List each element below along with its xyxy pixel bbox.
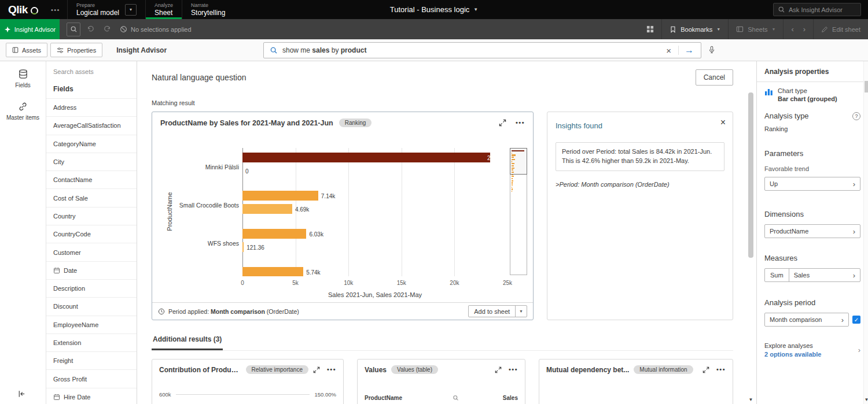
field-item[interactable]: Hire Date — [46, 388, 137, 404]
prepare-dropdown-button[interactable]: ▼ — [125, 4, 137, 16]
field-item[interactable]: Customer — [46, 243, 137, 261]
field-item[interactable]: Cost of Sale — [46, 188, 137, 206]
bar-previous-period[interactable] — [242, 204, 292, 214]
query-segment: show me — [282, 46, 312, 54]
dimension-button[interactable]: ProductName › — [764, 224, 860, 238]
measure-button[interactable]: Sum Sales › — [764, 268, 860, 282]
assets-button[interactable]: Assets — [6, 43, 47, 57]
expand-icon[interactable] — [703, 366, 709, 373]
help-icon[interactable]: ? — [852, 112, 860, 120]
chart-title: ProductName by Sales for 2021-May and 20… — [160, 119, 333, 127]
submit-query-button[interactable]: → — [683, 46, 695, 55]
bookmarks-menu[interactable]: Bookmarks ▼ — [662, 19, 728, 39]
field-item[interactable]: Date — [46, 261, 137, 279]
bar-chart-plot: 23.35k07.14k4.69k6.03k121.365.74k — [242, 148, 507, 276]
scroll-down-arrow[interactable]: ▼ — [864, 398, 868, 402]
x-axis-ticks: 05k10k15k20k25k — [242, 280, 507, 287]
field-item[interactable]: CountryCode — [46, 225, 137, 243]
scrollbar-thumb[interactable] — [748, 92, 753, 258]
next-sheet-button[interactable]: › — [803, 25, 806, 34]
nav-group-label: Analyze — [155, 2, 173, 8]
rail-tab-fields[interactable]: Fields — [0, 61, 46, 94]
more-menu-button[interactable]: ••• — [44, 0, 67, 19]
field-item[interactable]: Country — [46, 207, 137, 225]
field-item[interactable]: City — [46, 153, 137, 171]
kebab-menu-icon[interactable]: ••• — [516, 120, 525, 126]
field-item[interactable]: Gross Profit — [46, 369, 137, 387]
minimap-viewport[interactable] — [510, 148, 527, 175]
field-item[interactable]: Address — [46, 98, 137, 116]
expand-icon[interactable] — [495, 366, 502, 373]
nlq-search-bar[interactable]: show me sales by product × → — [263, 42, 701, 58]
bar-current-period[interactable]: 23.35k — [242, 153, 490, 162]
bar-current-period[interactable] — [242, 229, 306, 239]
sheets-label: Sheets — [748, 26, 767, 33]
bar-previous-period[interactable] — [242, 242, 244, 252]
collapse-panel-icon[interactable] — [17, 390, 26, 398]
analysis-period-button[interactable]: Month comparison › — [764, 313, 849, 327]
app-title-dropdown[interactable]: Tutorial - Business logic ▼ — [390, 0, 478, 19]
field-item[interactable]: AverageCallSatisfaction — [46, 116, 137, 134]
clear-query-button[interactable]: × — [664, 46, 674, 55]
expand-icon[interactable] — [313, 366, 320, 373]
rail-tab-master-items[interactable]: Master items — [0, 94, 46, 127]
field-item[interactable]: CategoryName — [46, 135, 137, 153]
aggregation-segment[interactable]: Sum — [765, 269, 789, 281]
y-category-label: Small Crocodile Boots — [179, 202, 239, 209]
step-back-button[interactable] — [83, 23, 97, 36]
additional-result-card[interactable]: Contribution of Product... Relative impo… — [152, 359, 344, 404]
bar-current-period[interactable] — [242, 267, 303, 276]
cancel-button[interactable]: Cancel — [696, 69, 733, 86]
additional-result-card[interactable]: Values Values (table) ••• ProductName Sa… — [357, 359, 525, 404]
nav-analyze[interactable]: Analyze Sheet — [145, 0, 182, 19]
app-objects-grid-button[interactable] — [643, 23, 657, 36]
ask-insight-advisor-input[interactable] — [789, 6, 856, 13]
search-assets[interactable] — [46, 61, 137, 79]
close-icon[interactable]: × — [720, 118, 726, 127]
field-label: Freight — [53, 357, 73, 364]
bar-current-period[interactable] — [242, 191, 318, 201]
add-to-sheet-button[interactable]: Add to sheet ▼ — [468, 305, 527, 317]
expand-icon[interactable] — [499, 119, 506, 127]
microphone-button[interactable] — [708, 46, 716, 54]
nlq-query-text[interactable]: show me sales by product — [282, 46, 659, 54]
analysis-period-checkbox[interactable]: ✓ — [852, 316, 860, 324]
measure-field-value: Sales — [794, 272, 810, 279]
additional-result-card[interactable]: Mutual dependency bet... Mutual informat… — [539, 359, 733, 404]
chart-type-value: Bar chart (grouped) — [778, 95, 837, 102]
qlik-logo-text: Qlik — [8, 3, 28, 16]
properties-button[interactable]: Properties — [50, 43, 102, 57]
favorable-trend-dropdown[interactable]: Up › — [764, 177, 860, 191]
insight-advisor-button[interactable]: Insight Advisor — [0, 19, 60, 39]
nav-narrate[interactable]: Narrate Storytelling — [182, 0, 234, 19]
field-item[interactable]: EmployeeName — [46, 316, 137, 333]
chart-minimap-scrollbar[interactable] — [510, 148, 527, 275]
explore-options-link[interactable]: 2 options available — [764, 351, 821, 358]
tab-additional-results[interactable]: Additional results (3) — [152, 335, 223, 350]
field-item[interactable]: Extension — [46, 333, 137, 351]
field-item[interactable]: Description — [46, 279, 137, 297]
kebab-menu-icon[interactable]: ••• — [327, 366, 336, 373]
selections-search-button[interactable] — [67, 23, 80, 36]
scroll-down-arrow[interactable]: ▼ — [748, 398, 753, 402]
nav-prepare[interactable]: Prepare Logical model ▼ — [67, 0, 145, 19]
kebab-menu-icon[interactable]: ••• — [509, 366, 518, 373]
chevron-down-icon[interactable]: ▼ — [515, 306, 527, 317]
qlik-logo[interactable]: Qlik — [0, 0, 44, 19]
search-icon[interactable] — [453, 395, 459, 401]
edit-sheet-button[interactable]: Edit sheet — [814, 19, 868, 39]
sheets-menu[interactable]: Sheets ▼ — [729, 19, 783, 39]
matching-result-chart-card[interactable]: ProductName by Sales for 2021-May and 20… — [152, 112, 534, 320]
search-assets-input[interactable] — [53, 68, 130, 75]
step-forward-button[interactable] — [100, 23, 114, 36]
field-item[interactable]: Freight — [46, 351, 137, 369]
scrollbar-thumb[interactable] — [865, 81, 868, 92]
minimap-bar — [512, 182, 513, 183]
kebab-menu-icon[interactable]: ••• — [716, 366, 726, 373]
field-item[interactable]: Discount — [46, 297, 137, 315]
field-item[interactable]: ContactName — [46, 171, 137, 188]
global-search[interactable] — [773, 3, 861, 16]
bar-group: 6.03k121.36 — [242, 224, 507, 262]
previous-sheet-button[interactable]: ‹ — [791, 25, 793, 34]
explore-analyses[interactable]: Explore analyses 2 options available › — [764, 342, 860, 358]
